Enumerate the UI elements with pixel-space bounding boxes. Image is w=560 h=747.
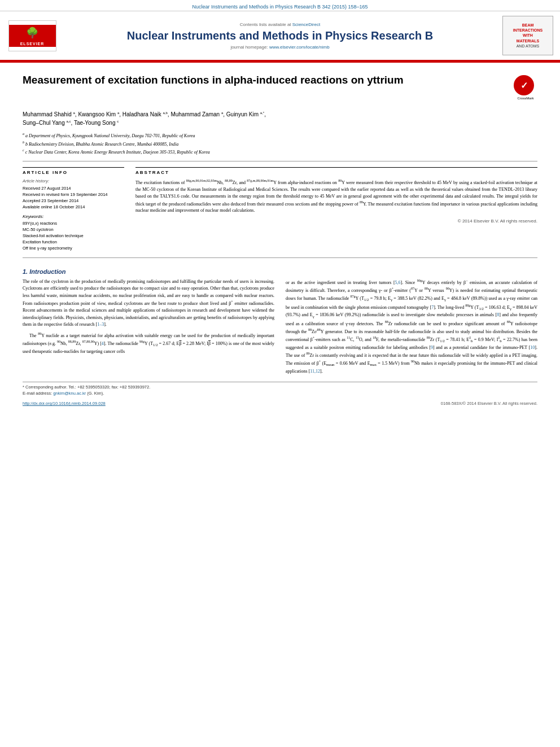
abstract-text: The excitation functions of 86g,m,90,91m… <box>135 178 537 214</box>
intro-right-col: or as the active ingredient used in trea… <box>286 278 537 378</box>
crossmark-icon: ✓ <box>514 75 534 95</box>
doi-link[interactable]: http://dx.doi.org/10.1016/j.nimb.2014.09… <box>23 401 106 406</box>
article-history-label: Article history: <box>23 178 124 184</box>
article-info-header: ARTICLE INFO <box>23 167 124 175</box>
journal-homepage: journal homepage: www.elsevier.com/locat… <box>63 45 497 50</box>
footnote-email: E-mail address: gnkim@knu.ac.kr (G. Kim)… <box>23 391 537 397</box>
affiliation-b: b b Radiochemistry Division, Bhabha Atom… <box>23 140 537 148</box>
sciencedirect-link[interactable]: ScienceDirect <box>292 22 320 27</box>
abstract-col: ABSTRACT The excitation functions of 86g… <box>135 167 537 252</box>
footer-copyright: 0168-583X/© 2014 Elsevier B.V. All right… <box>441 401 537 406</box>
footer: http://dx.doi.org/10.1016/j.nimb.2014.09… <box>0 399 560 408</box>
elsevier-tree-icon: 🌳 <box>26 27 38 39</box>
ref-1-3[interactable]: 1–3 <box>97 322 104 327</box>
article-info-col: ARTICLE INFO Article history: Received 2… <box>23 167 124 252</box>
footnote-area: * Corresponding author. Tel.: +82 539505… <box>23 382 537 396</box>
elsevier-logo-top: 🌳 <box>9 25 56 41</box>
intro-para-3: or as the active ingredient used in trea… <box>286 278 537 375</box>
sciencedirect-text: Contents lists available at ScienceDirec… <box>63 22 497 27</box>
beam-box-title: BEAMINTERACTIONSWITHMATERIALS <box>513 23 543 43</box>
beam-interactions-box: BEAMINTERACTIONSWITHMATERIALS AND ATOMS <box>502 16 553 55</box>
body-section: 1. Introduction The role of the cyclotro… <box>0 258 560 378</box>
article-title: Measurement of excitation functions in a… <box>23 73 502 88</box>
received-date: Received 27 August 2014 <box>23 186 124 191</box>
introduction-body: The role of the cyclotron in the product… <box>23 278 537 378</box>
elsevier-wordmark: ELSEVIER <box>9 41 56 47</box>
copyright-line: © 2014 Elsevier B.V. All rights reserved… <box>135 219 537 224</box>
top-bar: Nuclear Instruments and Methods in Physi… <box>0 0 560 11</box>
footnote-star: * Corresponding author. Tel.: +82 539505… <box>23 385 537 391</box>
ref-10[interactable]: 10 <box>530 345 535 350</box>
journal-title: Nuclear Instruments and Methods in Physi… <box>63 29 497 42</box>
intro-left-col: The role of the cyclotron in the product… <box>23 278 274 378</box>
keyword-1: 89Y(α,x) reactions <box>23 221 124 226</box>
journal-header: 🌳 ELSEVIER Contents lists available at S… <box>0 11 560 61</box>
accepted-date: Accepted 23 September 2014 <box>23 198 124 203</box>
article-title-section: Measurement of excitation functions in a… <box>0 63 560 107</box>
elsevier-logo-image: 🌳 ELSEVIER <box>8 20 56 51</box>
journal-center: Contents lists available at ScienceDirec… <box>63 22 497 50</box>
ref-11-12[interactable]: 11,12 <box>310 369 320 374</box>
keywords-label: Keywords: <box>23 214 124 219</box>
email-link[interactable]: gnkim@knu.ac.kr <box>53 391 86 396</box>
section-number: 1. <box>23 268 28 275</box>
received-revised-date: Received in revised form 19 September 20… <box>23 192 124 197</box>
ref-9[interactable]: 9 <box>431 345 433 350</box>
crossmark-label: CrossMark <box>514 97 537 100</box>
authors-list-2: Sung–Chul Yang a,c, Tae-Young Song c <box>23 120 119 126</box>
intro-para-2: The 89Y nuclide as a target material for… <box>23 331 274 355</box>
journal-reference-link[interactable]: Nuclear Instruments and Methods in Physi… <box>192 4 368 10</box>
affiliations-section: a a Department of Physics, Kyungpook Nat… <box>0 129 560 161</box>
crossmark-logo: ✓ CrossMark <box>514 75 537 100</box>
keyword-4: Excitation function <box>23 239 124 244</box>
affiliation-c: c c Nuclear Data Center, Korea Atomic En… <box>23 148 537 156</box>
beam-box-subtitle: AND ATOMS <box>517 43 540 49</box>
ref-5-6[interactable]: 5,6 <box>395 280 401 285</box>
available-date: Available online 18 October 2014 <box>23 204 124 209</box>
abstract-header: ABSTRACT <box>135 167 537 175</box>
authors-section: Muhammad Shahid a, Kwangsoo Kim a, Halad… <box>0 107 560 129</box>
authors-list: Muhammad Shahid a, Kwangsoo Kim a, Halad… <box>23 111 266 117</box>
section-title: Introduction <box>29 268 65 275</box>
intro-para-1: The role of the cyclotron in the product… <box>23 278 274 328</box>
article-info-abstract-section: ARTICLE INFO Article history: Received 2… <box>0 161 560 257</box>
introduction-header: 1. Introduction <box>23 268 537 275</box>
ref-8[interactable]: 8 <box>497 312 499 317</box>
ref-4[interactable]: 4 <box>102 341 104 346</box>
keyword-3: Stacked-foil activation technique <box>23 233 124 238</box>
journal-homepage-link[interactable]: www.elsevier.com/locate/nimb <box>269 45 330 50</box>
affiliation-a: a a Department of Physics, Kyungpook Nat… <box>23 132 537 139</box>
keyword-2: MC-50 cyclotron <box>23 227 124 232</box>
elsevier-logo: 🌳 ELSEVIER <box>7 20 58 51</box>
ref-7[interactable]: 7 <box>431 304 434 309</box>
keyword-5: Off line γ-ray spectrometry <box>23 246 124 251</box>
